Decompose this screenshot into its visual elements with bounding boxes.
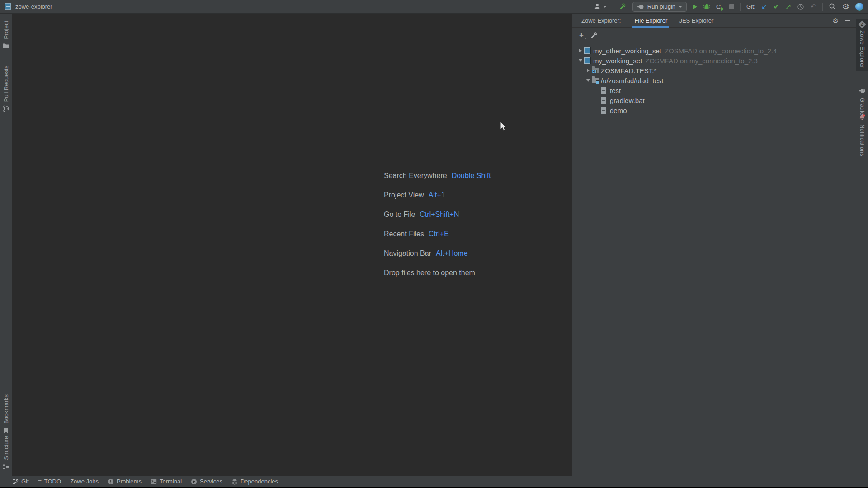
gear-icon[interactable]: ⚙ xyxy=(833,17,839,24)
shortcut-label: Search Everywhere xyxy=(384,172,447,180)
toolwindow-services[interactable]: Services xyxy=(191,478,222,485)
tab-jes-explorer[interactable]: JES Explorer xyxy=(679,14,713,28)
working-set-icon xyxy=(584,57,593,64)
shortcut-keys: Alt+Home xyxy=(436,249,468,258)
toolwindow-todo[interactable]: ≡ TODO xyxy=(38,478,61,485)
run-configuration-select[interactable]: Run plugin xyxy=(632,2,687,12)
tree-row-file[interactable]: demo xyxy=(572,105,856,115)
ide-window: zowe-explorer xyxy=(0,0,868,488)
terminal-icon xyxy=(151,479,157,484)
add-icon[interactable]: + xyxy=(579,31,584,39)
dependencies-icon xyxy=(231,479,238,485)
gradle-elephant-icon xyxy=(637,4,644,9)
debug-button[interactable] xyxy=(703,3,710,10)
stripe-label: Structure xyxy=(3,436,9,460)
dataset-icon: DS xyxy=(592,67,601,74)
toolwindow-git[interactable]: Git xyxy=(12,478,29,485)
toolwindow-problems[interactable]: Problems xyxy=(108,478,142,485)
people-icon xyxy=(594,3,601,10)
file-icon xyxy=(601,87,610,94)
chevron-down-icon[interactable] xyxy=(577,57,584,64)
toolwindow-zowe-jobs[interactable]: Zowe Jobs xyxy=(70,478,99,485)
shortcut-row: Drop files here to open them xyxy=(384,263,491,282)
zowe-explorer-panel: Zowe Explorer: File Explorer JES Explore… xyxy=(572,14,856,476)
todo-list-icon: ≡ xyxy=(38,479,42,485)
code-with-me-button[interactable] xyxy=(594,3,607,10)
toolbar-separator xyxy=(740,3,741,11)
shortcut-label: Go to File xyxy=(384,211,415,219)
sidebar-item-pull-requests[interactable]: Pull Requests xyxy=(0,66,12,112)
avatar-sphere-icon[interactable] xyxy=(855,3,863,11)
stripe-label: Project xyxy=(3,21,9,39)
shortcut-keys: Ctrl+E xyxy=(429,230,449,238)
chevron-down-icon[interactable] xyxy=(585,77,592,84)
run-with-coverage-button[interactable]: C xyxy=(716,3,723,10)
history-button[interactable] xyxy=(797,3,804,10)
folder-icon xyxy=(2,42,9,49)
editor-area: Search Everywhere Double Shift Project V… xyxy=(13,14,572,476)
tree-row-file[interactable]: test xyxy=(572,85,856,95)
sidebar-item-bookmarks[interactable]: Bookmarks xyxy=(0,394,12,434)
sidebar-item-notifications[interactable]: Notifications xyxy=(856,114,868,156)
bell-icon xyxy=(859,114,866,121)
stop-icon[interactable] xyxy=(729,4,734,9)
file-icon xyxy=(601,107,610,114)
shortcut-keys: Ctrl+Shift+N xyxy=(420,211,459,219)
pull-request-icon xyxy=(2,105,9,112)
main-toolbar: Run plugin C Git: ↙ ✔ ↗ xyxy=(594,0,868,13)
bookmark-icon xyxy=(2,427,9,434)
build-button[interactable] xyxy=(619,3,627,10)
file-explorer-tree: my_other_working_set ZOSMFAD on my_conne… xyxy=(572,42,856,115)
sidebar-item-zowe-explorer[interactable]: Z Zowe Explorer xyxy=(856,19,868,71)
shortcut-row: Project View Alt+1 xyxy=(384,185,491,205)
tool-window-bar: Git ≡ TODO Zowe Jobs Problems Terminal xyxy=(0,476,868,487)
left-tool-stripe: Project Pull Requests Bookmarks xyxy=(0,14,12,476)
minimize-icon[interactable] xyxy=(845,20,850,21)
tree-row-uss-path[interactable]: /u/zosmfad/ulad_test xyxy=(572,75,856,85)
gradle-elephant-icon xyxy=(859,87,866,94)
panel-title: Zowe Explorer: xyxy=(581,17,621,24)
stripe-label: Gradle xyxy=(859,98,866,115)
sidebar-item-project[interactable]: Project xyxy=(0,21,12,49)
update-project-icon[interactable]: ↙ xyxy=(761,3,767,10)
run-icon[interactable] xyxy=(693,4,697,9)
mouse-cursor xyxy=(500,122,507,131)
hammer-icon xyxy=(619,3,627,10)
right-tool-stripe: Z Zowe Explorer Gradle Notificat xyxy=(856,14,868,476)
sidebar-item-structure[interactable]: Structure xyxy=(0,436,12,470)
git-branch-icon xyxy=(12,478,19,485)
project-window-icon xyxy=(5,3,11,10)
shortcut-row: Recent Files Ctrl+E xyxy=(384,224,491,244)
gear-icon[interactable]: ⚙ xyxy=(842,3,849,11)
push-icon[interactable]: ↗ xyxy=(785,3,791,10)
chevron-down-icon xyxy=(603,6,607,8)
rollback-icon[interactable]: ↶ xyxy=(810,3,816,10)
chevron-right-icon[interactable] xyxy=(577,47,584,54)
stripe-label: Notifications xyxy=(859,124,866,156)
toolwindow-dependencies[interactable]: Dependencies xyxy=(231,478,278,485)
chevron-right-icon[interactable] xyxy=(585,67,592,74)
panel-header-actions: ⚙ xyxy=(833,17,850,24)
toolwindow-terminal[interactable]: Terminal xyxy=(151,478,182,485)
tree-row-dataset-mask[interactable]: DS ZOSMFAD.TEST.* xyxy=(572,66,856,75)
wrench-icon[interactable] xyxy=(590,31,597,38)
tree-row-working-set[interactable]: my_other_working_set ZOSMFAD on my_conne… xyxy=(572,46,856,56)
tree-row-working-set[interactable]: my_working_set ZOSMFAD on my_connection_… xyxy=(572,56,856,66)
tree-row-file[interactable]: gradlew.bat xyxy=(572,95,856,105)
stripe-label: Bookmarks xyxy=(3,394,9,424)
structure-icon xyxy=(2,463,9,470)
zowe-explorer-icon: Z xyxy=(859,21,866,28)
commit-icon[interactable]: ✔ xyxy=(774,3,779,10)
shortcut-row: Navigation Bar Alt+Home xyxy=(384,244,491,263)
working-set-icon xyxy=(584,47,593,54)
title-toolbar: zowe-explorer xyxy=(0,0,868,14)
search-everywhere-button[interactable] xyxy=(829,3,836,10)
shortcut-row: Go to File Ctrl+Shift+N xyxy=(384,205,491,224)
tab-file-explorer[interactable]: File Explorer xyxy=(634,14,667,28)
services-icon xyxy=(191,479,197,485)
uss-folder-icon xyxy=(592,77,601,84)
problems-icon xyxy=(108,479,114,485)
sidebar-item-gradle[interactable]: Gradle xyxy=(856,87,868,115)
shortcut-label: Recent Files xyxy=(384,230,424,238)
stripe-label: Pull Requests xyxy=(3,66,9,102)
